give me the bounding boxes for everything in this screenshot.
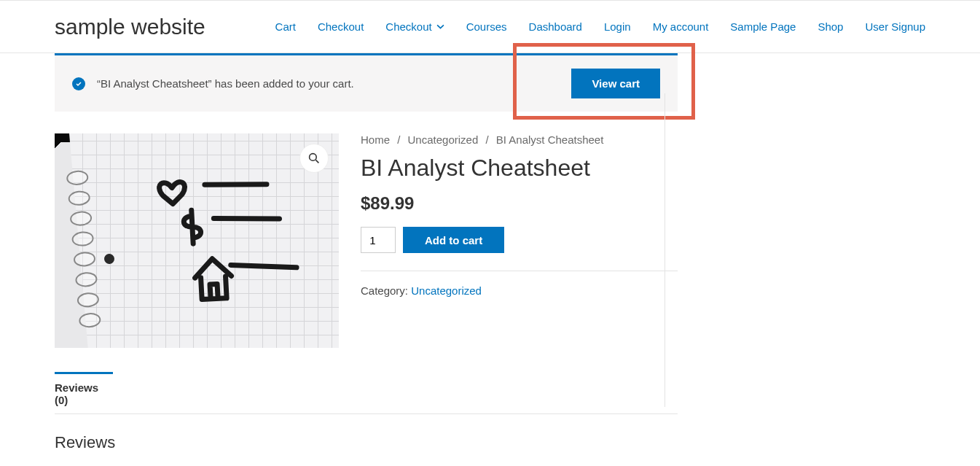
svg-line-1 [213, 215, 279, 222]
nav-login[interactable]: Login [604, 20, 631, 33]
zoom-button[interactable] [299, 144, 329, 173]
site-title[interactable]: sample website [55, 15, 205, 39]
breadcrumb-current: BI Analyst Cheatsheet [496, 133, 604, 146]
nav-checkout-dropdown[interactable]: Checkout [385, 20, 444, 33]
nav-sample-page[interactable]: Sample Page [730, 20, 796, 33]
breadcrumb-home[interactable]: Home [361, 133, 390, 146]
nav-my-account[interactable]: My account [653, 20, 709, 33]
product-image[interactable] [55, 133, 339, 348]
check-circle-icon [72, 77, 85, 90]
nav-checkout-dropdown-label: Checkout [385, 20, 431, 33]
magnifier-icon [308, 152, 320, 164]
nav-courses[interactable]: Courses [466, 20, 507, 33]
chevron-down-icon [436, 23, 444, 31]
breadcrumb-sep: / [485, 133, 488, 146]
category-link[interactable]: Uncategorized [411, 284, 482, 297]
product-tabs: Reviews (0) [55, 373, 678, 414]
add-to-cart-button[interactable]: Add to cart [403, 227, 504, 253]
product-title: BI Analyst Cheatsheet [361, 155, 678, 182]
cart-notice: “BI Analyst Cheatsheet” has been added t… [55, 53, 678, 112]
svg-line-2 [231, 262, 297, 271]
breadcrumb-sep: / [397, 133, 400, 146]
notice-text: “BI Analyst Cheatsheet” has been added t… [97, 77, 571, 90]
view-cart-button[interactable]: View cart [571, 69, 660, 98]
breadcrumb-category[interactable]: Uncategorized [408, 133, 479, 146]
nav-shop[interactable]: Shop [818, 20, 843, 33]
sidebar-divider [665, 93, 665, 407]
svg-line-4 [315, 160, 318, 163]
svg-line-0 [205, 182, 267, 187]
product-price: $89.99 [361, 193, 678, 214]
nav-cart[interactable]: Cart [275, 20, 296, 33]
product-category: Category: Uncategorized [361, 284, 678, 297]
divider [361, 271, 678, 271]
tab-reviews[interactable]: Reviews (0) [55, 372, 113, 413]
reviews-heading: Reviews [55, 433, 678, 452]
primary-nav: Cart Checkout Checkout Courses Dashboard… [275, 20, 925, 33]
nav-dashboard[interactable]: Dashboard [529, 20, 582, 33]
nav-user-signup[interactable]: User Signup [865, 20, 925, 33]
quantity-input[interactable] [361, 227, 396, 253]
site-header: sample website Cart Checkout Checkout Co… [0, 1, 980, 53]
nav-checkout[interactable]: Checkout [318, 20, 364, 33]
category-label: Category: [361, 284, 411, 297]
breadcrumb: Home / Uncategorized / BI Analyst Cheats… [361, 133, 678, 146]
svg-point-3 [310, 154, 317, 161]
